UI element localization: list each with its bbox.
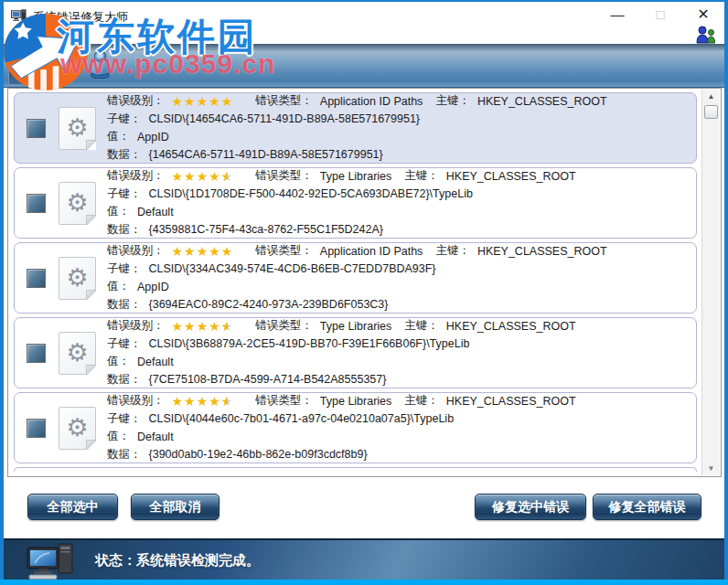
label-error-type: 错误类型：	[255, 393, 313, 409]
label-root-key: 主键：	[435, 243, 470, 259]
label-value: 值：	[107, 279, 130, 294]
label-data: 数据：	[107, 447, 142, 463]
maximize-button[interactable]: □	[650, 6, 670, 23]
gear-icon: ⚙	[66, 341, 88, 366]
error-type-value: Type Libraries	[320, 320, 392, 333]
label-error-type: 错误类型：	[255, 243, 313, 259]
label-error-level: 错误级别：	[107, 243, 165, 259]
data-value: {4359881C-75F4-43ca-8762-F55C1F5D242A}	[149, 223, 383, 236]
registry-error-icon: ⚙	[59, 257, 96, 300]
label-value: 值：	[107, 204, 130, 219]
scroll-up-icon[interactable]: ▲	[702, 92, 720, 101]
label-data: 数据：	[107, 297, 142, 313]
item-checkbox[interactable]	[27, 344, 46, 363]
sub-key-value: CLSID\{334AC349-574E-4CD6-B6EB-C7EDD7BDA…	[149, 262, 436, 275]
label-sub-key: 子键：	[107, 261, 142, 277]
data-value: {390d0ab0-19e2-46bb-862e-b09f3cdcf8b9}	[149, 448, 368, 461]
value-value: AppID	[137, 131, 169, 144]
error-type-value: Type Libraries	[320, 170, 392, 183]
watermark-site-url: www.pc0359.cn	[60, 48, 275, 80]
label-sub-key: 子键：	[107, 411, 142, 427]
registry-error-icon: ⚙	[59, 182, 96, 225]
error-type-value: Application ID Paths	[320, 95, 423, 108]
gear-icon: ⚙	[66, 116, 88, 141]
error-list: ⚙ 错误级别： ★★★★★ 错误类型： Application ID Paths…	[7, 88, 722, 477]
minimize-button[interactable]: —	[607, 6, 627, 23]
root-key-value: HKEY_CLASSES_ROOT	[446, 395, 576, 408]
registry-error-icon: ⚙	[59, 407, 96, 450]
data-value: {3694EAC0-89C2-4240-973A-239BD6F053C3}	[149, 298, 389, 311]
root-key-value: HKEY_CLASSES_ROOT	[477, 245, 607, 258]
item-checkbox[interactable]	[27, 419, 46, 438]
value-value: AppID	[137, 281, 169, 293]
label-sub-key: 子键：	[107, 186, 142, 202]
data-value: {7CE75108-B7DA-4599-A714-B542A8555357}	[149, 373, 387, 386]
item-checkbox[interactable]	[27, 269, 46, 288]
label-error-type: 错误类型：	[255, 168, 313, 184]
root-key-value: HKEY_CLASSES_ROOT	[446, 170, 576, 183]
label-error-level: 错误级别：	[107, 168, 165, 184]
fix-all-button[interactable]: 修复全部错误	[593, 494, 701, 520]
error-type-value: Type Libraries	[320, 395, 392, 408]
error-list-item[interactable]: ⚙ 错误级别： ★★★★★ 错误类型： Application ID Paths…	[14, 242, 697, 314]
statusbar: 状态：系统错误检测完成。	[4, 538, 724, 580]
sub-key-value: CLSID\{4044e60c-7b01-4671-a97c-04e0210a0…	[149, 412, 455, 425]
label-value: 值：	[107, 429, 130, 444]
error-type-value: Application ID Paths	[320, 245, 423, 258]
error-list-item[interactable]: ⚙ 错误级别： ★★★★★★ 错误类型： Type Libraries 主键： …	[14, 167, 697, 239]
label-root-key: 主键：	[404, 393, 439, 409]
label-root-key: 主键：	[404, 168, 439, 184]
window-border-right	[724, 0, 728, 585]
star-rating: ★★★★★	[172, 245, 234, 258]
root-key-value: HKEY_CLASSES_ROOT	[477, 95, 607, 108]
label-data: 数据：	[107, 222, 142, 238]
value-value: Default	[137, 431, 174, 443]
list-scrollbar[interactable]: ▲ ▼	[701, 90, 720, 475]
data-value: {14654CA6-5711-491D-B89A-58E571679951}	[149, 148, 383, 161]
label-error-level: 错误级别：	[107, 93, 165, 109]
sub-key-value: CLSID\{3B68879A-2CE5-419D-BB70-F39E1F66B…	[149, 337, 470, 350]
label-value: 值：	[107, 354, 130, 369]
label-error-level: 错误级别：	[107, 393, 165, 409]
star-rating: ★★★★★★	[172, 320, 234, 333]
error-list-item[interactable]: ⚙ 错误级别： ★★★★★★ 错误类型： Type Libraries 主键： …	[14, 317, 697, 388]
computer-status-icon	[26, 543, 79, 583]
select-all-button[interactable]: 全部选中	[27, 494, 118, 520]
label-data: 数据：	[107, 147, 142, 163]
registry-error-icon: ⚙	[59, 332, 96, 375]
label-root-key: 主键：	[435, 93, 470, 109]
error-list-item[interactable]: ⚙ 错误级别： ★★★★★★ 错误类型： Type Libraries 主键： …	[14, 392, 697, 463]
error-list-item-partial[interactable]	[14, 467, 697, 472]
status-text: 状态：系统错误检测完成。	[95, 552, 260, 569]
value-value: Default	[137, 206, 174, 218]
registry-error-icon: ⚙	[59, 107, 96, 150]
deselect-all-button[interactable]: 全部取消	[131, 494, 219, 520]
label-root-key: 主键：	[404, 318, 439, 334]
fix-selected-button[interactable]: 修复选中错误	[475, 494, 586, 520]
close-button[interactable]: ✕	[693, 6, 713, 23]
star-rating: ★★★★★	[172, 95, 234, 108]
gear-icon: ⚙	[66, 266, 88, 291]
gear-icon: ⚙	[66, 416, 88, 441]
sub-key-value: CLSID\{1D1708DE-F500-4402-92ED-5CA693DAB…	[149, 187, 473, 200]
error-list-item[interactable]: ⚙ 错误级别： ★★★★★ 错误类型： Application ID Paths…	[14, 92, 697, 164]
label-sub-key: 子键：	[107, 112, 142, 127]
label-error-type: 错误类型：	[255, 318, 313, 334]
label-data: 数据：	[107, 372, 142, 388]
label-value: 值：	[107, 129, 130, 144]
sub-key-value: CLSID\{14654CA6-5711-491D-B89A-58E571679…	[149, 112, 421, 125]
item-checkbox[interactable]	[27, 119, 46, 138]
root-key-value: HKEY_CLASSES_ROOT	[446, 320, 576, 333]
window-border-top	[0, 0, 728, 2]
scrollbar-thumb[interactable]	[704, 105, 718, 119]
item-checkbox[interactable]	[27, 194, 46, 213]
label-error-level: 错误级别：	[107, 318, 165, 334]
star-rating: ★★★★★★	[172, 170, 234, 183]
gear-icon: ⚙	[66, 191, 88, 216]
scroll-down-icon[interactable]: ▼	[702, 464, 720, 473]
label-sub-key: 子键：	[107, 336, 142, 352]
star-rating: ★★★★★★	[172, 395, 234, 408]
window-border-bottom-accent	[0, 580, 728, 585]
label-error-type: 错误类型：	[255, 93, 313, 109]
value-value: Default	[137, 356, 174, 368]
